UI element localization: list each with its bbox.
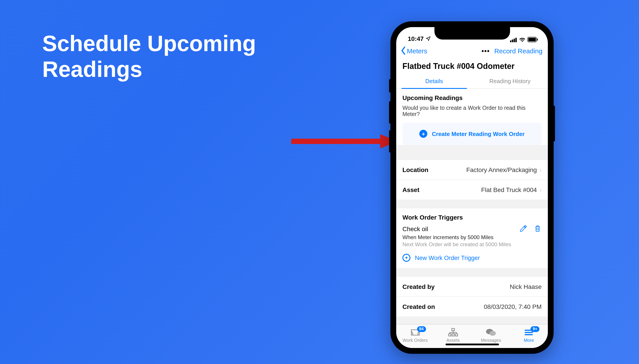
tabbar-more-label: More (524, 338, 534, 343)
back-button[interactable]: Meters (400, 46, 427, 55)
delete-trigger-button[interactable] (534, 224, 542, 234)
cell-signal-icon (510, 37, 517, 42)
svg-rect-12 (455, 334, 458, 336)
created-by-row: Created by Nick Haase (396, 277, 548, 297)
edit-trigger-button[interactable] (519, 224, 527, 234)
new-trigger-button[interactable]: + New Work Order Trigger (402, 248, 542, 264)
slide: Schedule Upcoming Readings 10:47 (0, 0, 639, 364)
upcoming-subtext: Would you like to create a Work Order to… (396, 103, 548, 123)
svg-rect-3 (512, 39, 513, 42)
svg-rect-9 (452, 328, 454, 331)
tabbar-messages[interactable]: Messages (478, 328, 504, 343)
upcoming-heading: Upcoming Readings (396, 89, 548, 103)
location-row[interactable]: Location Factory Annex/Packaging › (396, 160, 548, 180)
svg-point-14 (490, 331, 496, 336)
record-reading-button[interactable]: Record Reading (494, 47, 542, 54)
status-time: 10:47 (408, 35, 424, 42)
location-services-icon (426, 36, 431, 41)
phone-frame: 10:47 (390, 21, 554, 354)
trigger-next: Next Work Order will be created at 5000 … (402, 241, 542, 248)
hierarchy-icon (448, 328, 458, 337)
slide-heading: Schedule Upcoming Readings (42, 31, 273, 82)
tabbar-work-orders-label: Work Orders (403, 338, 428, 343)
svg-rect-2 (510, 40, 511, 42)
created-by-key: Created by (402, 283, 435, 290)
svg-rect-10 (449, 334, 451, 336)
trigger-condition: When Meter increments by 5000 Miles (402, 234, 542, 240)
phone-vol-down (389, 130, 391, 152)
phone-notch (434, 27, 510, 40)
create-meter-reading-button[interactable]: + Create Meter Reading Work Order (402, 123, 542, 145)
created-on-value: 08/03/2020, 7:40 PM (484, 303, 542, 310)
tab-history-label: Reading History (489, 78, 530, 84)
svg-rect-11 (452, 334, 454, 336)
svg-rect-7 (528, 38, 536, 41)
phone-vol-up (389, 101, 391, 124)
phone-power-button (553, 106, 555, 141)
triggers-heading: Work Order Triggers (402, 214, 542, 221)
more-actions-button[interactable]: ••• (482, 47, 490, 54)
section-gap (396, 268, 548, 277)
home-indicator[interactable] (445, 344, 499, 345)
chevron-left-icon (400, 46, 407, 55)
new-trigger-label: New Work Order Trigger (415, 254, 480, 261)
tabbar-work-orders[interactable]: 84 Work Orders (402, 328, 428, 343)
svg-rect-4 (514, 38, 515, 42)
nav-bar: Meters ••• Record Reading (396, 43, 548, 58)
callout-arrow-icon (291, 134, 398, 148)
section-gap (396, 200, 548, 208)
section-gap (396, 151, 548, 160)
tab-bar: Details Reading History (396, 74, 548, 89)
tabbar-more[interactable]: 9+ More (516, 328, 542, 343)
chevron-right-icon: › (540, 186, 542, 193)
asset-value: Flat Bed Truck #004 (481, 186, 537, 193)
create-meter-reading-label: Create Meter Reading Work Order (432, 130, 524, 137)
created-on-row: Created on 08/03/2020, 7:40 PM (396, 297, 548, 316)
tabbar-messages-label: Messages (481, 338, 501, 343)
location-asset-section: Location Factory Annex/Packaging › Asset… (396, 160, 548, 200)
phone-mute-switch (389, 79, 391, 92)
created-by-value: Nick Haase (510, 283, 542, 290)
plus-ring-icon: + (402, 254, 410, 262)
wifi-icon (519, 37, 526, 42)
meta-section: Created by Nick Haase Created on 08/03/2… (396, 277, 548, 316)
plus-circle-icon: + (419, 130, 427, 138)
trash-icon (534, 224, 542, 232)
svg-rect-5 (515, 38, 517, 42)
upcoming-readings-section: Upcoming Readings Would you like to crea… (396, 89, 548, 145)
page-title: Flatbed Truck #004 Odometer (396, 58, 548, 74)
asset-row[interactable]: Asset Flat Bed Truck #004 › (396, 180, 548, 200)
tabbar-assets-label: Assets (446, 338, 460, 343)
tab-details-label: Details (425, 78, 443, 84)
created-on-key: Created on (402, 303, 435, 310)
battery-icon (527, 37, 538, 42)
location-value: Factory Annex/Packaging (466, 166, 537, 173)
back-label: Meters (407, 47, 427, 54)
chevron-right-icon: › (540, 166, 542, 173)
work-orders-badge: 84 (417, 326, 426, 332)
svg-rect-8 (537, 38, 538, 41)
asset-key: Asset (402, 186, 419, 193)
content-area[interactable]: Upcoming Readings Would you like to crea… (396, 89, 548, 324)
more-badge: 9+ (530, 326, 540, 332)
pencil-icon (519, 224, 527, 232)
location-key: Location (402, 166, 428, 173)
triggers-section: Work Order Triggers Check oil When Meter… (396, 208, 548, 268)
trigger-item: Check oil When Meter increments by 5000 … (402, 225, 542, 248)
phone-screen: 10:47 (396, 27, 548, 348)
tab-details[interactable]: Details (396, 74, 472, 88)
tab-reading-history[interactable]: Reading History (472, 74, 548, 88)
chat-icon (486, 328, 496, 337)
tabbar-assets[interactable]: Assets (440, 328, 466, 343)
